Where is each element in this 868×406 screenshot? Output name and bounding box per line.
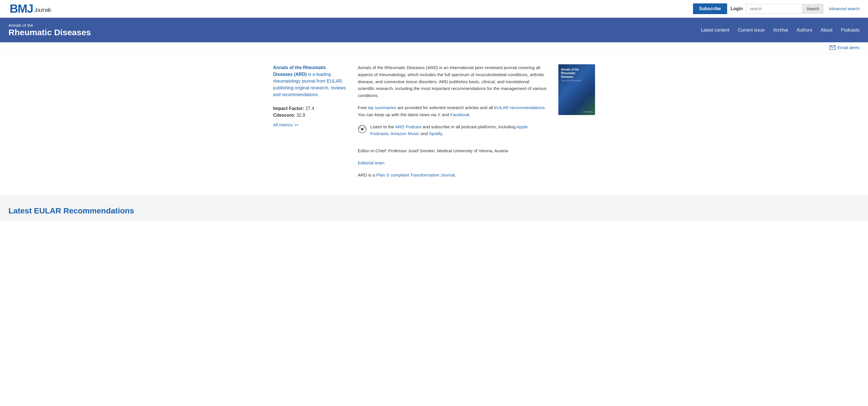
login-button[interactable]: Login	[731, 6, 743, 11]
citescore-value: 32.8	[297, 113, 305, 117]
nav-item-latest-content[interactable]: Latest content	[701, 28, 730, 33]
cover-logos: eular BMJ	[583, 111, 593, 113]
center-content: Annals of the Rheumatic Diseases (ARD) i…	[358, 64, 547, 184]
ard-podcast-link[interactable]: ARD Podcast	[395, 124, 422, 129]
editorial-team-link[interactable]: Editorial team	[358, 161, 385, 165]
plan-s-link[interactable]: Plan S compliant Transformative Journal	[376, 173, 455, 177]
all-metrics-link[interactable]: All metrics >>	[273, 122, 299, 127]
nav-links: Latest content Current issue Archive Aut…	[701, 28, 860, 33]
citescore-line: Citescore: 32.8	[273, 113, 347, 118]
nav-bar: Annals of the Rheumatic Diseases Latest …	[0, 18, 868, 42]
intro-paragraph: Annals of the Rheumatic Diseases (ARD) i…	[358, 64, 547, 99]
x-link[interactable]: X	[437, 112, 440, 117]
cover-image: Annals of theRheumaticDiseases The EULAR…	[558, 64, 595, 115]
top-actions: Subscribe Login Search Advanced search	[693, 3, 860, 14]
journal-cover: Annals of theRheumaticDiseases The EULAR…	[558, 64, 595, 184]
impact-factor-value: 27.4	[305, 106, 314, 111]
journals-text: Journals	[34, 7, 51, 13]
nav-item-authors[interactable]: Authors	[797, 28, 812, 33]
subscribe-button[interactable]: Subscribe	[693, 3, 727, 14]
facebook-link[interactable]: Facebook	[450, 112, 469, 117]
podcast-icon	[358, 124, 367, 135]
sidebar-description: Annals of the Rheumatic Diseases (ARD) i…	[273, 64, 347, 98]
para2-end: .	[469, 112, 470, 117]
search-button[interactable]: Search	[803, 4, 823, 13]
nav-item-about[interactable]: About	[820, 28, 832, 33]
citescore-label: Citescore:	[273, 113, 295, 117]
nav-link-podcasts[interactable]: Podcasts	[841, 28, 860, 32]
eular-logo-text: eular	[583, 111, 588, 113]
nav-link-latest-content[interactable]: Latest content	[701, 28, 730, 32]
podcast-text: Listen to the ARD Podcast and subscribe …	[370, 124, 547, 138]
cover-title: Annals of theRheumaticDiseases	[561, 68, 592, 79]
nav-item-archive[interactable]: Archive	[773, 28, 788, 33]
podcast-comma: ,	[389, 131, 391, 136]
amazon-music-link[interactable]: Amazon Music	[391, 131, 420, 136]
plan-s-suffix: .	[455, 173, 456, 177]
free-text: Free	[358, 105, 368, 110]
bmj-text: BMJ	[9, 2, 33, 15]
spotify-link[interactable]: Spotify	[429, 131, 442, 136]
lay-summaries-link[interactable]: lay summaries	[368, 105, 396, 110]
top-bar: BMJJournals Subscribe Login Search Advan…	[0, 0, 868, 18]
latest-section: Latest EULAR Recommendations	[0, 195, 868, 221]
sidebar: Annals of the Rheumatic Diseases (ARD) i…	[273, 64, 347, 184]
podcast-end: .	[442, 131, 443, 136]
main-content: Annals of the Rheumatic Diseases (ARD) i…	[265, 53, 603, 195]
journal-main-title: Rheumatic Diseases	[8, 28, 91, 37]
eular-recommendations-link[interactable]: EULAR recommendations	[494, 105, 545, 110]
impact-factor-line: Impact Factor: 27.4	[273, 106, 347, 111]
para2-and: and	[441, 112, 450, 117]
nav-link-about[interactable]: About	[820, 28, 832, 32]
editorial-team-line: Editorial team	[358, 160, 547, 167]
nav-link-authors[interactable]: Authors	[797, 28, 812, 32]
plan-s-prefix: ARD is a	[358, 173, 376, 177]
cover-subtitle: The EULAR Journal	[561, 79, 592, 82]
impact-factor-label: Impact Factor:	[273, 106, 304, 111]
search-input[interactable]	[746, 4, 803, 13]
podcast-mid: and subscribe in all podcast platforms, …	[422, 124, 517, 129]
email-alerts-link[interactable]: Email alerts	[830, 45, 860, 50]
bmj-logo-text: BMJ	[589, 111, 593, 113]
nav-item-podcasts[interactable]: Podcasts	[841, 28, 860, 33]
bmj-logo: BMJJournals	[8, 3, 51, 15]
nav-link-current-issue[interactable]: Current issue	[738, 28, 765, 32]
email-alerts-label: Email alerts	[838, 45, 860, 50]
podcast-and: and	[419, 131, 429, 136]
envelope-icon	[830, 45, 836, 50]
annals-of-label: Annals of the	[8, 23, 91, 28]
editor-line: Editor-in-Chief: Professor Josef Smolen,…	[358, 147, 547, 155]
metrics-section: Impact Factor: 27.4 Citescore: 32.8	[273, 106, 347, 118]
podcast-row: Listen to the ARD Podcast and subscribe …	[358, 124, 547, 143]
email-alerts-bar: Email alerts	[0, 42, 868, 53]
svg-point-2	[361, 128, 363, 130]
latest-title: Latest EULAR Recommendations	[8, 206, 860, 215]
nav-link-archive[interactable]: Archive	[773, 28, 788, 32]
podcast-prefix: Listen to the	[370, 124, 395, 129]
nav-item-current-issue[interactable]: Current issue	[738, 28, 765, 33]
logo-area: BMJJournals	[8, 3, 51, 15]
journal-title-area: Annals of the Rheumatic Diseases	[8, 18, 91, 42]
para2-mid: are provided for selected research artic…	[396, 105, 494, 110]
plan-s-line: ARD is a Plan S compliant Transformative…	[358, 172, 547, 179]
lay-summaries-paragraph: Free lay summaries are provided for sele…	[358, 104, 547, 119]
advanced-search-link[interactable]: Advanced search	[829, 6, 860, 11]
search-area: Search	[746, 4, 823, 13]
